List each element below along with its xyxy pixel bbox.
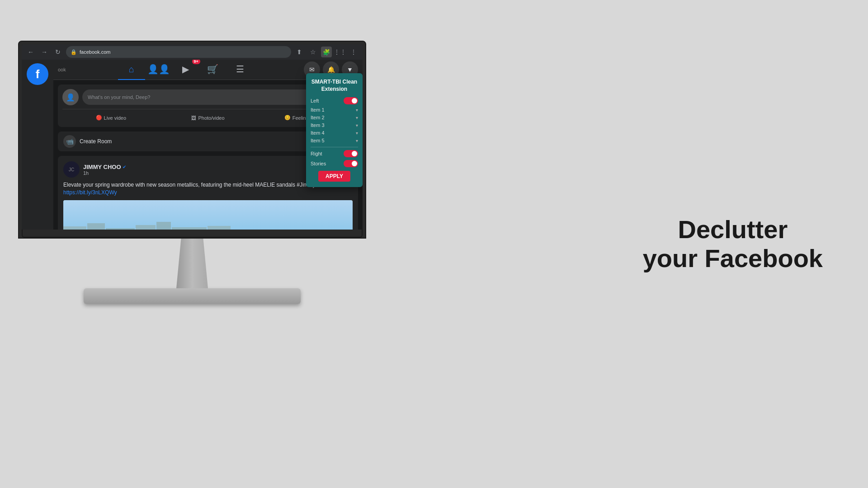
bookmark-icon[interactable]: ☆ <box>307 47 318 57</box>
fb-text-logo: ook <box>58 67 66 72</box>
share-icon[interactable]: ⬆ <box>294 47 305 57</box>
stories-toggle[interactable] <box>344 160 358 167</box>
fb-left-sidebar: f <box>22 60 53 230</box>
tagline-line2: your Facebook <box>643 244 823 273</box>
chrome-toolbar: ← → ↻ 🔒 facebook.com ⬆ ☆ 🧩 ⋮⋮ ⋮ <box>22 44 363 60</box>
right-toggle[interactable] <box>344 150 358 157</box>
item3-row: Item 3 ▾ <box>311 122 358 128</box>
nav-more[interactable]: ☰ <box>226 60 254 80</box>
post-author-info: JIMMY CHOO ✔ 1h <box>83 164 126 176</box>
post-author: JC JIMMY CHOO ✔ 1h <box>63 161 126 178</box>
monitor-frame: ← → ↻ 🔒 facebook.com ⬆ ☆ 🧩 ⋮⋮ ⋮ <box>18 41 366 304</box>
url-text: facebook.com <box>80 49 110 55</box>
monitor-base <box>84 288 301 304</box>
item3-label: Item 3 <box>311 122 325 128</box>
photo-video-btn[interactable]: 🖼 Photo/video <box>160 113 257 122</box>
notification-badge: 9+ <box>192 60 200 64</box>
item4-label: Item 4 <box>311 130 325 136</box>
screen-border: ← → ↻ 🔒 facebook.com ⬆ ☆ 🧩 ⋮⋮ ⋮ <box>18 41 366 239</box>
post-image <box>63 200 353 230</box>
ext-stories-row: Stories <box>311 160 358 167</box>
extension-icon[interactable]: 🧩 <box>321 47 332 57</box>
apps-icon[interactable]: ⋮⋮ <box>335 47 345 57</box>
live-video-label: Live video <box>104 115 127 121</box>
nav-home[interactable]: ⌂ <box>118 60 145 80</box>
nav-marketplace[interactable]: 🛒 <box>199 60 226 80</box>
ext-left-label: Left <box>311 98 319 103</box>
nav-friends[interactable]: 👤👤 <box>145 60 172 80</box>
verified-icon: ✔ <box>123 164 126 169</box>
item5-arrow[interactable]: ▾ <box>356 138 358 143</box>
city-silhouette <box>63 220 353 230</box>
user-avatar: 👤 <box>62 89 79 105</box>
fb-nav: ⌂ 👤👤 ▶ 9+ 🛒 ☰ <box>68 60 304 80</box>
item2-row: Item 2 ▾ <box>311 115 358 120</box>
item3-arrow[interactable]: ▾ <box>356 123 358 128</box>
menu-icon[interactable]: ⋮ <box>348 47 359 57</box>
back-button[interactable]: ← <box>25 47 36 57</box>
monitor-bottom-bezel <box>22 230 363 238</box>
post-link[interactable]: https://bit.ly/3nLXQWy <box>63 189 117 196</box>
tagline: Declutter your Facebook <box>643 215 823 273</box>
item2-arrow[interactable]: ▾ <box>356 115 358 120</box>
post-avatar: JC <box>63 161 80 178</box>
post-author-name: JIMMY CHOO <box>83 164 121 170</box>
tagline-line1: Declutter <box>643 215 823 244</box>
ext-title: SMART-TBI Clean Extension <box>311 79 358 93</box>
photo-video-label: Photo/video <box>198 115 224 121</box>
ext-left-row: Left <box>311 97 358 104</box>
ext-stories-label: Stories <box>311 161 326 166</box>
live-video-btn[interactable]: 🔴 Live video <box>62 113 160 122</box>
post-time: 1h <box>83 170 126 176</box>
monitor-neck <box>176 239 208 288</box>
room-icon: 📹 <box>63 135 76 148</box>
fb-logo: f <box>27 63 48 85</box>
item5-label: Item 5 <box>311 138 325 143</box>
item4-row: Item 4 ▾ <box>311 130 358 136</box>
screen-content: ← → ↻ 🔒 facebook.com ⬆ ☆ 🧩 ⋮⋮ ⋮ <box>22 44 363 230</box>
ext-divider <box>311 147 358 147</box>
forward-button[interactable]: → <box>39 47 50 57</box>
url-bar[interactable]: 🔒 facebook.com <box>66 46 291 58</box>
browser-window: ← → ↻ 🔒 facebook.com ⬆ ☆ 🧩 ⋮⋮ ⋮ <box>22 44 363 230</box>
nav-video[interactable]: ▶ 9+ <box>172 60 199 80</box>
item1-row: Item 1 ▾ <box>311 107 358 113</box>
ext-right-row: Right <box>311 150 358 157</box>
item1-label: Item 1 <box>311 107 325 113</box>
composer-placeholder: What's on your mind, Deep? <box>88 94 150 100</box>
extension-popup: SMART-TBI Clean Extension Left Item 1 ▾ <box>306 73 363 187</box>
item1-arrow[interactable]: ▾ <box>356 108 358 113</box>
item5-row: Item 5 ▾ <box>311 138 358 143</box>
refresh-button[interactable]: ↻ <box>52 47 63 57</box>
item2-label: Item 2 <box>311 115 325 120</box>
ext-left-section: Left Item 1 ▾ Item 2 ▾ <box>311 97 358 143</box>
ext-right-label: Right <box>311 151 322 156</box>
left-toggle[interactable] <box>344 97 358 104</box>
author-name-row: JIMMY CHOO ✔ <box>83 164 126 170</box>
create-room-label: Create Room <box>80 138 112 145</box>
chrome-actions: ⬆ ☆ 🧩 ⋮⋮ ⋮ <box>294 47 359 57</box>
item4-arrow[interactable]: ▾ <box>356 131 358 136</box>
apply-button[interactable]: APPLY <box>318 171 350 182</box>
